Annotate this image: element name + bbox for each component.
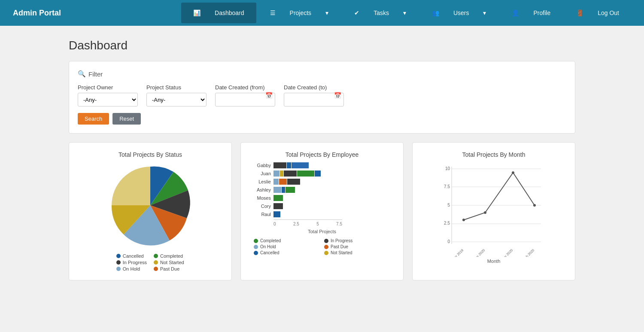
navbar: Admin Portal 📊 Dashboard ☰ Projects ▾ ✔ … (0, 0, 644, 26)
bar-chart-title: Total Projects By Employee (249, 151, 395, 158)
logout-icon: 🚪 (570, 6, 589, 20)
filter-buttons: Search Reset (78, 113, 566, 125)
bar-row-gabby: Gabby (254, 162, 390, 168)
dashboard-icon: 📊 (187, 6, 207, 20)
cancelled-dot (116, 254, 121, 258)
project-owner-group: Project Owner -Any- (78, 84, 138, 107)
date-to-group: Date Created (to) 📅 (284, 84, 344, 107)
inprogress-dot (116, 260, 121, 265)
svg-text:December 2019: December 2019 (444, 248, 465, 257)
svg-text:February 2020: February 2020 (495, 248, 514, 257)
bar-chart-container: Gabby Juan (249, 162, 395, 255)
nav-item-tasks[interactable]: ✔ Tasks ▾ (342, 3, 418, 23)
search-button[interactable]: Search (78, 113, 109, 125)
line-point-3 (512, 171, 514, 174)
date-from-input[interactable] (215, 93, 275, 107)
pastdue-dot (154, 267, 158, 271)
nav-item-profile[interactable]: 👤 Profile (500, 3, 562, 23)
legend-completed: Completed (154, 253, 184, 259)
date-to-label: Date Created (to) (284, 84, 344, 91)
bar-row-moses: Moses (254, 195, 390, 201)
legend-pastdue: Past Due (154, 266, 184, 271)
svg-text:7.5: 7.5 (444, 184, 450, 189)
filter-header: 🔍 Filter (78, 70, 566, 78)
nav-item-logout[interactable]: 🚪 Log Out (564, 3, 631, 23)
svg-text:10: 10 (445, 166, 450, 171)
pie-legend: Cancelled Completed In Progress Not Star… (116, 253, 185, 271)
svg-text:0: 0 (447, 239, 450, 244)
bar-row-cory: Cory (254, 203, 390, 209)
bar-x-axis: 0 2.5 5 7.5 (273, 219, 342, 226)
project-owner-select[interactable]: -Any- (78, 93, 138, 107)
line-chart-title: Total Projects By Month (421, 151, 566, 158)
line-x-axis-label: Month (487, 259, 501, 264)
project-status-label: Project Status (146, 84, 207, 91)
legend-cancelled: Cancelled (116, 253, 147, 259)
bar-row-ashley: Ashley (254, 187, 390, 193)
nav-item-users[interactable]: 👥 Users ▾ (420, 3, 498, 23)
completed-dot (154, 254, 158, 258)
svg-text:March 2020: March 2020 (519, 248, 535, 257)
nav-link-tasks[interactable]: ✔ Tasks ▾ (342, 3, 418, 23)
chevron-down-icon: ▾ (319, 6, 334, 20)
brand-title: Admin Portal (13, 9, 61, 18)
bar-chart-card: Total Projects By Employee Gabby Juan (240, 142, 404, 280)
date-from-group: Date Created (from) 📅 (215, 84, 275, 107)
svg-text:2.5: 2.5 (444, 221, 450, 225)
project-status-select[interactable]: -Any- (146, 93, 207, 107)
date-from-label: Date Created (from) (215, 84, 275, 91)
line-chart-container: 10 7.5 5 2.5 0 (421, 162, 566, 264)
chevron-down-icon-tasks: ▾ (397, 6, 412, 20)
legend-inprogress: In Progress (116, 260, 147, 265)
pie-chart-title: Total Projects By Status (78, 151, 223, 158)
line-point-2 (484, 211, 486, 214)
line-chart-svg: 10 7.5 5 2.5 0 (442, 162, 545, 257)
tasks-icon: ✔ (348, 6, 365, 20)
bar-row-juan: Juan (254, 171, 390, 177)
line-point-4 (533, 204, 536, 207)
onhold-dot (116, 267, 121, 271)
legend-notstarted: Not Started (154, 260, 184, 265)
pie-chart-card: Total Projects By Status (69, 142, 232, 280)
nav-item-projects[interactable]: ☰ Projects ▾ (258, 3, 341, 23)
svg-text:January 2020: January 2020 (468, 248, 486, 257)
reset-button[interactable]: Reset (112, 113, 141, 125)
project-owner-label: Project Owner (78, 84, 138, 91)
project-status-group: Project Status -Any- (146, 84, 207, 107)
search-icon: 🔍 (78, 70, 86, 78)
notstarted-dot (154, 260, 158, 265)
projects-icon: ☰ (264, 6, 282, 20)
main-content: Dashboard 🔍 Filter Project Owner -Any- P… (0, 26, 644, 293)
nav-link-projects[interactable]: ☰ Projects ▾ (258, 3, 341, 23)
svg-text:5: 5 (447, 203, 450, 207)
nav-link-users[interactable]: 👥 Users ▾ (420, 3, 498, 23)
nav-link-dashboard[interactable]: 📊 Dashboard (181, 3, 256, 23)
line-point-1 (462, 219, 465, 221)
bar-x-title: Total Projects (254, 229, 390, 234)
pie-container: Cancelled Completed In Progress Not Star… (78, 162, 223, 271)
profile-icon: 👤 (506, 6, 525, 20)
nav-menu: 📊 Dashboard ☰ Projects ▾ ✔ Tasks ▾ 👥 Use… (181, 3, 631, 23)
page-title: Dashboard (69, 39, 575, 52)
filter-row: Project Owner -Any- Project Status -Any-… (78, 84, 566, 107)
legend-onhold: On Hold (116, 266, 147, 271)
bar-row-raul: Raul (254, 211, 390, 217)
line-path (464, 173, 535, 220)
nav-item-dashboard[interactable]: 📊 Dashboard (181, 3, 256, 23)
charts-row: Total Projects By Status (69, 142, 575, 280)
bar-row-leslie: Leslie (254, 179, 390, 185)
filter-card: 🔍 Filter Project Owner -Any- Project Sta… (69, 61, 575, 134)
users-icon: 👥 (426, 6, 445, 20)
bar-legend: Completed In Progress On Hold Past Due (254, 238, 390, 255)
nav-link-logout[interactable]: 🚪 Log Out (564, 3, 631, 23)
chevron-down-icon-users: ▾ (477, 6, 492, 20)
nav-link-profile[interactable]: 👤 Profile (500, 3, 562, 23)
line-chart-card: Total Projects By Month 10 7.5 5 2.5 0 (412, 142, 575, 280)
date-to-input[interactable] (284, 93, 344, 107)
pie-chart-svg (107, 162, 193, 248)
